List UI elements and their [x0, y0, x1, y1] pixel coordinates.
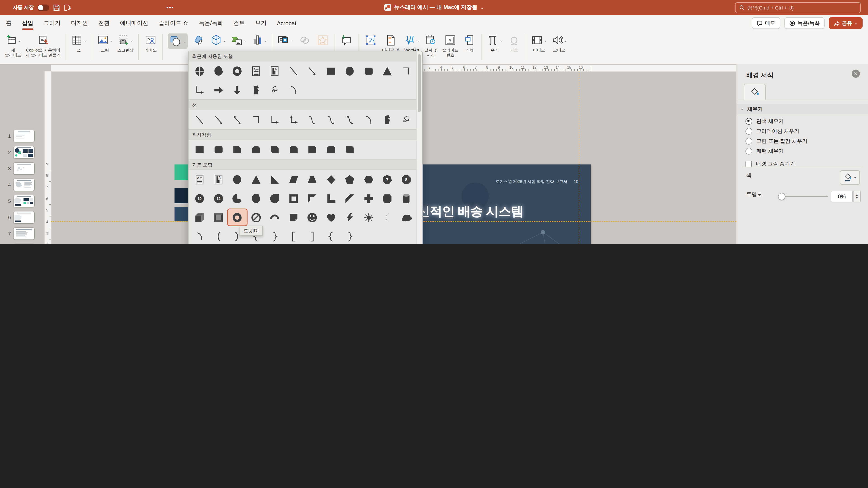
menu-scrollbar[interactable] [416, 52, 422, 244]
shape-textbox-vertical[interactable]: A [266, 63, 284, 79]
shape-hexagon[interactable] [359, 171, 378, 188]
wordart-button[interactable]: ⌄ WordArt [404, 33, 420, 53]
shape-curved[interactable] [303, 111, 322, 128]
transparency-stepper[interactable]: ▲▼ [853, 191, 861, 202]
zoom-links-button[interactable]: ⌄ [277, 33, 293, 47]
transparency-slider[interactable] [779, 196, 828, 197]
shape-pie[interactable] [228, 190, 247, 206]
shape-line-arrow[interactable] [209, 111, 228, 128]
radio[interactable] [745, 138, 752, 144]
tab-4[interactable]: 디자인 [71, 17, 88, 30]
shape-snip-same-side[interactable] [247, 141, 266, 158]
share-button[interactable]: 공유 ⌄ [829, 17, 863, 29]
shape-left-bracket-round[interactable] [209, 228, 228, 244]
shape-elbow-arrow[interactable] [266, 111, 284, 128]
shape-curved-double-arrow[interactable] [340, 111, 359, 128]
shape-teardrop[interactable] [266, 190, 284, 206]
symbol-button[interactable]: 기호 [507, 33, 521, 53]
comments-button[interactable]: 메모 [752, 17, 780, 29]
shape-plaque[interactable] [378, 190, 397, 206]
cameo-button[interactable]: P 카메오 [144, 33, 158, 53]
slide-header-text[interactable]: 로지스원 2026년 사업 확장 전략 보고서 [496, 179, 567, 185]
shape-line-double-arrow[interactable] [228, 111, 247, 128]
shape-donut[interactable] [228, 209, 247, 225]
shape-sun[interactable] [359, 209, 378, 225]
shape-textbox[interactable]: A [190, 171, 209, 188]
tab-7[interactable]: 슬라이드 쇼 [159, 17, 188, 30]
search-input[interactable]: 검색(Cmd + Ctrl + U) [735, 2, 861, 13]
save-as-icon[interactable] [64, 4, 71, 11]
shape-chord[interactable] [209, 63, 228, 79]
text-box-button[interactable]: 가 [364, 33, 377, 47]
action-button[interactable] [316, 33, 330, 47]
shape-elbow-double-arrow[interactable] [284, 111, 303, 128]
audio-button[interactable]: ⌄ 오디오 [551, 33, 567, 53]
link-button[interactable] [298, 33, 311, 47]
shape-half-frame[interactable] [303, 190, 322, 206]
shape-donut[interactable] [228, 63, 247, 79]
table-button[interactable]: ⌄ 표 [71, 33, 87, 53]
shape-rect[interactable] [322, 63, 340, 79]
shape-curve[interactable] [284, 82, 303, 98]
shape-heptagon[interactable]: 7 [378, 171, 397, 188]
shape-round-rect[interactable] [359, 63, 378, 79]
copilot-new-slide-button[interactable]: Copilot을 사용하여 새 슬라이드 만들기 [26, 33, 61, 57]
shape-diagonal-stripe[interactable] [340, 190, 359, 206]
object-button[interactable]: 개체 [463, 33, 476, 53]
picture-button[interactable]: ⌄ 그림 [97, 33, 113, 53]
shape-scribble[interactable] [266, 82, 284, 98]
shape-textbox[interactable]: A [247, 63, 266, 79]
tab-1[interactable]: 홈 [6, 17, 11, 30]
tab-11[interactable]: Acrobat [277, 18, 296, 29]
shape-triangle[interactable] [247, 171, 266, 188]
shape-moon[interactable] [378, 209, 397, 225]
shape-right-brace[interactable] [340, 228, 359, 244]
shape-line[interactable] [284, 63, 303, 79]
fill-option-1[interactable]: 단색 채우기 [745, 117, 863, 126]
shape-no-symbol[interactable] [247, 209, 266, 225]
fill-option-4[interactable]: 패턴 채우기 [745, 147, 863, 156]
shape-oval[interactable] [228, 171, 247, 188]
shape-cube[interactable] [190, 209, 209, 225]
panel-close-icon[interactable]: ✕ [852, 70, 860, 78]
shape-triangle[interactable] [378, 63, 397, 79]
fill-tab[interactable] [744, 84, 766, 100]
shape-can[interactable] [397, 190, 415, 206]
equation-button[interactable]: ⌄ 수식 [487, 33, 502, 53]
chart-button[interactable]: ⌄ [251, 33, 267, 47]
slide-page-number[interactable]: 10 [574, 180, 578, 184]
shape-round-diagonal[interactable] [340, 141, 359, 158]
shape-elbow-arrow[interactable] [190, 82, 209, 98]
shape-right-bracket[interactable] [303, 228, 322, 244]
shape-textbox-vertical[interactable]: A [209, 171, 228, 188]
offslide-shape-teal[interactable] [175, 164, 188, 180]
shape-right-triangle[interactable] [266, 171, 284, 188]
shape-frame[interactable] [284, 190, 303, 206]
shape-freeform[interactable] [378, 111, 397, 128]
fill-color-button[interactable]: ▾ [840, 170, 860, 185]
datetime-button[interactable]: 날짜 및 시간 [424, 33, 438, 57]
record-button[interactable]: 녹음/녹화 [784, 17, 825, 29]
shape-l-shape[interactable] [322, 190, 340, 206]
shape-snip-single-corner[interactable] [228, 141, 247, 158]
guide-vertical-right[interactable] [579, 71, 579, 244]
shape-octagon[interactable]: 8 [397, 171, 415, 188]
save-icon[interactable] [53, 4, 60, 11]
radio-selected[interactable] [745, 118, 752, 125]
shape-pentagon[interactable] [340, 171, 359, 188]
slide-thumbnail-5[interactable]: 5 [3, 195, 34, 207]
title-chevron-icon[interactable]: ⌄ [480, 5, 484, 10]
shape-arrow-down[interactable] [228, 82, 247, 98]
offslide-shape-navy[interactable] [175, 188, 188, 203]
slide-thumbnail-7[interactable]: 7 [3, 228, 34, 239]
screenshot-button[interactable]: ⌄ 스크린샷 [117, 33, 133, 53]
shape-arc[interactable] [266, 209, 284, 225]
tab-9[interactable]: 검토 [234, 17, 245, 30]
shape-line[interactable] [190, 111, 209, 128]
icons-button[interactable] [192, 33, 206, 47]
shape-folded-corner[interactable] [284, 209, 303, 225]
tab-10[interactable]: 보기 [255, 17, 267, 30]
shape-lightning[interactable] [340, 209, 359, 225]
slide-thumbnail-6[interactable]: 6 [3, 212, 34, 223]
shape-parallelogram[interactable] [284, 171, 303, 188]
